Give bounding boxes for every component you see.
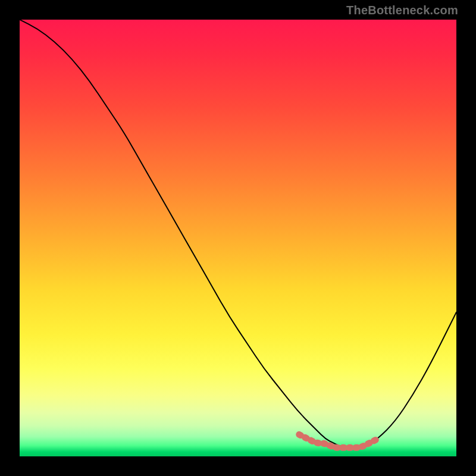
gradient-plot-area — [20, 20, 456, 456]
chart-frame: TheBottleneck.com — [0, 0, 476, 476]
watermark-text: TheBottleneck.com — [346, 4, 458, 17]
curve-layer — [20, 20, 456, 456]
optimal-band — [299, 434, 378, 447]
bottleneck-curve — [20, 20, 456, 447]
